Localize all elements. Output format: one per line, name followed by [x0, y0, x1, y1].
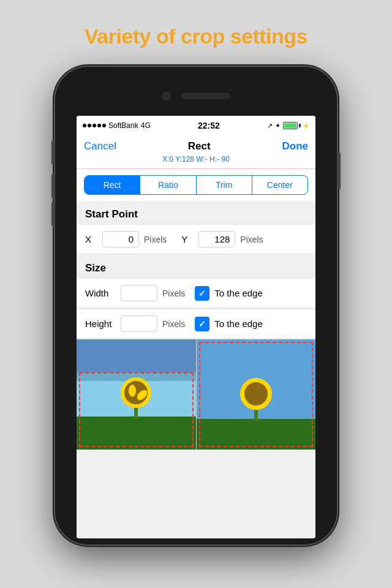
nav-arrow-icon: ↗ — [267, 122, 273, 130]
phone-screen: SoftBank 4G 22:52 ↗ ✦ ⚡ Cancel Rect — [77, 116, 315, 538]
width-input[interactable] — [121, 285, 157, 301]
x-input[interactable] — [102, 231, 139, 247]
x-label: X — [85, 234, 97, 244]
done-button[interactable]: Done — [282, 140, 309, 153]
start-point-label: Start Point — [77, 201, 315, 224]
nav-subtitle: X:0 Y:128 W:- H:- 90 — [162, 155, 230, 164]
height-edge-label: To the edge — [214, 318, 262, 329]
charging-icon: ⚡ — [302, 123, 309, 129]
status-right: ↗ ✦ ⚡ — [267, 122, 309, 130]
y-label: Y — [181, 234, 194, 244]
y-input[interactable] — [198, 231, 235, 247]
nav-bar: Cancel Rect Done X:0 Y:128 W:- H:- 90 — [77, 135, 315, 169]
camera-dot — [162, 92, 171, 100]
nav-top: Cancel Rect Done — [84, 140, 308, 153]
segment-ratio[interactable]: Ratio — [140, 176, 196, 194]
height-edge-checkbox[interactable]: ✓ — [195, 317, 209, 331]
subtitle-num: 90 — [221, 155, 229, 164]
preview-area — [77, 339, 315, 450]
subtitle-y: 128 — [182, 155, 194, 164]
segment-control: Rect Ratio Trim Center — [77, 169, 315, 201]
battery-icon: ⚡ — [283, 122, 309, 129]
subtitle-suffix: W:- H:- — [194, 155, 221, 164]
height-unit: Pixels — [162, 319, 185, 329]
height-label: Height — [85, 318, 116, 329]
status-left: SoftBank 4G — [83, 121, 151, 130]
width-unit: Pixels — [162, 288, 185, 298]
subtitle-prefix: X:0 Y: — [162, 155, 182, 164]
segment-rect[interactable]: Rect — [85, 176, 140, 194]
y-unit: Pixels — [240, 235, 263, 244]
battery-tip — [299, 124, 301, 127]
width-edge-label: To the edge — [214, 288, 262, 298]
signal-dot — [102, 124, 106, 127]
page-title: Variety of crop settings — [85, 24, 307, 48]
segment-trim[interactable]: Trim — [197, 176, 252, 194]
signal-dot — [83, 124, 86, 127]
signal-dot — [92, 124, 96, 127]
size-label: Size — [77, 255, 315, 278]
battery-fill — [284, 123, 296, 128]
preview-left — [77, 339, 196, 450]
start-point-row: X Pixels Y Pixels — [77, 224, 315, 254]
signal-dot — [97, 124, 101, 127]
phone-top — [55, 67, 337, 116]
speaker-grille — [181, 93, 230, 99]
battery-body — [283, 122, 298, 129]
nav-title: Rect — [188, 140, 211, 153]
content-area: Start Point X Pixels Y Pixels Size Width… — [77, 201, 315, 538]
height-input[interactable] — [121, 315, 157, 332]
signal-dot — [88, 124, 91, 127]
width-edge-checkbox[interactable]: ✓ — [195, 286, 209, 301]
phone-shell: SoftBank 4G 22:52 ↗ ✦ ⚡ Cancel Rect — [55, 67, 337, 545]
cancel-button[interactable]: Cancel — [84, 140, 116, 153]
width-row: Width Pixels ✓ To the edge — [77, 278, 315, 308]
preview-right — [196, 339, 316, 450]
width-label: Width — [85, 288, 116, 298]
carrier-label: SoftBank — [108, 121, 138, 130]
segment-center[interactable]: Center — [252, 176, 307, 194]
x-unit: Pixels — [144, 235, 167, 244]
height-row: Height Pixels ✓ To the edge — [77, 309, 315, 339]
signal-dots — [83, 124, 106, 127]
time-label: 22:52 — [198, 121, 220, 130]
bluetooth-icon: ✦ — [275, 122, 281, 130]
network-label: 4G — [141, 121, 151, 130]
segment-buttons: Rect Ratio Trim Center — [84, 175, 308, 195]
status-bar: SoftBank 4G 22:52 ↗ ✦ ⚡ — [77, 116, 315, 135]
